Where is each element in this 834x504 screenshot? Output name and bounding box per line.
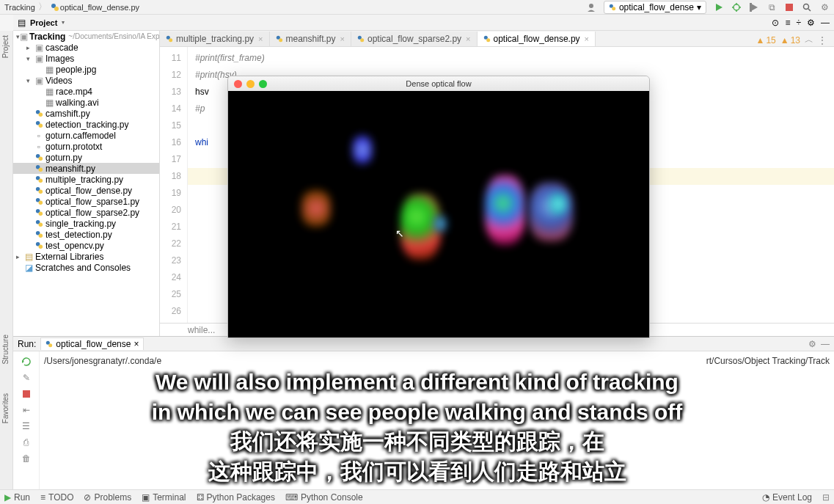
tree-item[interactable]: ▸▣cascade — [13, 42, 159, 53]
svg-point-36 — [360, 38, 364, 42]
editor-tab[interactable]: meanshift.py× — [270, 32, 351, 46]
window-zoom-icon[interactable] — [259, 80, 267, 88]
lock-icon[interactable]: ⊟ — [822, 492, 830, 503]
debug-button[interactable] — [731, 2, 742, 12]
window-close-icon[interactable] — [234, 80, 242, 88]
editor-tab[interactable]: optical_flow_dense.py× — [478, 32, 596, 46]
step-icon[interactable]: ⇤ — [21, 404, 32, 416]
cursor-icon: ↖ — [395, 227, 404, 239]
bottom-problems[interactable]: ⊘Problems — [84, 492, 131, 503]
sidetab-structure[interactable]: Structure — [1, 335, 10, 365]
bottom-console[interactable]: ⌨Python Console — [285, 492, 363, 503]
expand-icon[interactable]: ≡ — [785, 18, 790, 28]
line-gutter: 11121314151617181920212223242526 — [160, 47, 188, 323]
errors-badge[interactable]: ▲13 — [780, 35, 800, 45]
stop-button[interactable] — [21, 388, 32, 400]
rerun-button[interactable] — [21, 356, 32, 368]
trash-icon[interactable]: 🗑 — [21, 453, 32, 464]
gear-icon[interactable]: ⚙ — [807, 18, 815, 28]
chevron-up-icon[interactable]: ︿ — [805, 34, 813, 46]
tree-item[interactable]: ▾▣Images — [13, 53, 159, 64]
tree-item[interactable]: ▦walking.avi — [13, 97, 159, 108]
profile-button[interactable]: ⧉ — [767, 2, 777, 12]
print-icon[interactable]: ⎙ — [21, 437, 32, 448]
window-titlebar[interactable]: Dense optical flow — [228, 76, 649, 91]
svg-point-18 — [38, 179, 43, 183]
editor-tab[interactable]: multiple_tracking.py× — [160, 32, 270, 46]
svg-point-34 — [279, 38, 282, 42]
more-icon[interactable]: ⋮ — [818, 35, 827, 45]
breadcrumb-root[interactable]: Tracking — [4, 3, 35, 12]
tree-item[interactable]: camshift.py — [13, 108, 159, 119]
svg-point-8 — [804, 4, 809, 9]
sidetab-favorites[interactable]: Favorites — [1, 393, 10, 423]
coverage-button[interactable] — [749, 2, 759, 12]
close-icon[interactable]: × — [133, 339, 139, 349]
window-minimize-icon[interactable] — [246, 80, 255, 88]
tree-item[interactable]: ▫goturn.caffemodel — [13, 130, 159, 141]
tree-item[interactable]: meanshift.py — [13, 163, 159, 174]
layout-icon[interactable]: ☰ — [21, 420, 32, 432]
bottom-run[interactable]: ▶Run — [4, 492, 30, 503]
stop-button[interactable] — [784, 2, 794, 12]
bottom-terminal[interactable]: ▣Terminal — [142, 492, 186, 503]
video-window[interactable]: Dense optical flow ↖ — [227, 76, 650, 338]
project-toolbar-icon: ▤ — [18, 18, 26, 28]
tree-item[interactable]: test_detection.py — [13, 229, 159, 240]
run-button[interactable] — [714, 2, 724, 12]
warning-icon: ▲ — [756, 35, 765, 45]
run-tab[interactable]: optical_flow_dense × — [40, 337, 144, 350]
bottom-packages[interactable]: ⚃Python Packages — [197, 492, 275, 503]
tree-item[interactable]: ▾▣Videos — [13, 75, 159, 86]
tree-item[interactable]: ▦people.jpg — [13, 64, 159, 75]
close-icon[interactable]: × — [466, 34, 470, 43]
py-icon — [34, 164, 44, 172]
problems-icon: ⊘ — [84, 492, 91, 503]
sidetab-project[interactable]: Project — [1, 35, 10, 58]
settings-icon[interactable]: ⚙ — [819, 2, 830, 12]
tree-item[interactable]: multiple_tracking.py — [13, 174, 159, 185]
tree-item[interactable]: goturn.py — [13, 152, 159, 163]
tool-wrench-icon[interactable]: ✎ — [21, 372, 32, 384]
window-title: Dense optical flow — [228, 79, 649, 88]
editor-tab[interactable]: optical_flow_sparse2.py× — [351, 32, 478, 46]
warnings-badge[interactable]: ▲15 — [756, 35, 776, 45]
user-icon[interactable] — [586, 2, 596, 12]
svg-point-32 — [169, 38, 172, 42]
tree-item[interactable]: optical_flow_dense.py — [13, 185, 159, 196]
svg-rect-7 — [786, 4, 793, 11]
tree-scratches[interactable]: ◪ Scratches and Consoles — [13, 262, 159, 273]
close-icon[interactable]: × — [258, 34, 263, 43]
tree-item[interactable]: ▦race.mp4 — [13, 86, 159, 97]
close-icon[interactable]: × — [340, 34, 345, 43]
hide-icon[interactable]: — — [821, 18, 830, 28]
status-bar: ▶Run ≡TODO ⊘Problems ▣Terminal ⚃Python P… — [0, 489, 834, 504]
folder-icon: ▣ — [34, 43, 44, 53]
bottom-eventlog[interactable]: ◔Event Log — [762, 492, 812, 503]
project-toolbar-label[interactable]: Project — [30, 18, 57, 27]
project-tree[interactable]: ▾ ▣ Tracking ~/Documents/Ensino/IA Expe … — [13, 31, 160, 336]
tree-external-libs[interactable]: ▸ ▤ External Libraries — [13, 251, 159, 262]
tree-item[interactable]: optical_flow_sparse1.py — [13, 196, 159, 207]
tree-item[interactable]: ▫goturn.prototxt — [13, 141, 159, 152]
search-icon[interactable] — [802, 2, 812, 12]
tree-item[interactable]: detection_tracking.py — [13, 119, 159, 130]
svg-point-24 — [38, 212, 43, 216]
packages-icon: ⚃ — [197, 492, 204, 503]
locate-icon[interactable]: ⊙ — [772, 18, 779, 28]
close-icon[interactable]: × — [585, 34, 589, 43]
hide-icon[interactable]: — — [821, 339, 830, 349]
chevron-down-icon[interactable]: ▾ — [62, 19, 65, 26]
tree-root[interactable]: ▾ ▣ Tracking ~/Documents/Ensino/IA Expe — [13, 31, 159, 42]
bottom-todo[interactable]: ≡TODO — [40, 492, 73, 503]
run-output[interactable]: /Users/jonesgranatyr/.conda/ert/Cursos/O… — [40, 351, 834, 492]
gear-icon[interactable]: ⚙ — [808, 339, 816, 349]
tree-item[interactable]: optical_flow_sparse2.py — [13, 207, 159, 218]
collapse-icon[interactable]: ÷ — [796, 18, 801, 28]
py-icon — [34, 175, 44, 183]
tree-item[interactable]: test_opencv.py — [13, 240, 159, 251]
tree-item[interactable]: single_tracking.py — [13, 218, 159, 229]
run-config-selector[interactable]: optical_flow_dense ▾ — [604, 1, 706, 14]
svg-point-4 — [612, 7, 615, 10]
breadcrumb-file[interactable]: optical_flow_dense.py — [60, 3, 139, 12]
